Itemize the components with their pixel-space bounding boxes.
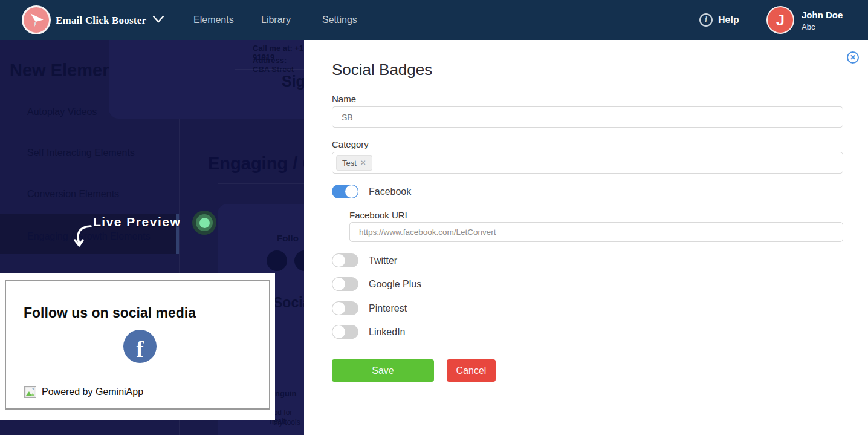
category-input[interactable]: Test ✕ xyxy=(332,152,843,174)
preview-divider-bottom xyxy=(24,405,253,405)
toggle-row-pinterest: Pinterest xyxy=(332,301,407,315)
powered-by-row: Powered by GeminiApp xyxy=(24,386,143,398)
sidebar-item-self-interacting[interactable]: Self Interacting Elements xyxy=(27,148,135,159)
toggle-row-google-plus: Google Plus xyxy=(332,277,421,291)
help-button[interactable]: i Help xyxy=(699,13,739,27)
help-label: Help xyxy=(718,15,739,25)
info-icon: i xyxy=(699,13,713,27)
sidebar-item-conversion[interactable]: Conversion Elements xyxy=(27,189,119,200)
remove-tag-icon[interactable]: ✕ xyxy=(360,159,366,167)
linkedin-toggle[interactable] xyxy=(332,325,358,339)
category-tag-label: Test xyxy=(342,159,357,168)
background-contact-card: Call me at: +1 91919 Address: CBA Street… xyxy=(109,40,304,119)
twitter-toggle-label: Twitter xyxy=(369,255,397,266)
twitter-toggle[interactable] xyxy=(332,253,358,267)
facebook-toggle-label: Facebook xyxy=(369,186,411,197)
background-section-divider xyxy=(218,183,304,184)
background-divider xyxy=(235,69,304,70)
social-badges-panel: ✕ Social Badges Name Category Test ✕ Fac… xyxy=(304,40,868,435)
app-root: New Element Autoplay Videos Self Interac… xyxy=(0,0,868,435)
panel-title: Social Badges xyxy=(332,61,432,79)
pinterest-toggle[interactable] xyxy=(332,301,358,315)
background-text-fragment: nguin xyxy=(275,389,296,398)
background-section-heading: Engaging / G xyxy=(208,154,316,174)
sidebar-item-autoplay-videos[interactable]: Autoplay Videos xyxy=(27,106,97,117)
facebook-icon[interactable]: f xyxy=(123,330,157,363)
sidebar-heading: New Element xyxy=(10,61,119,80)
google-plus-toggle[interactable] xyxy=(332,277,358,291)
paper-plane-icon xyxy=(25,8,48,31)
nav-item-library[interactable]: Library xyxy=(261,15,291,25)
category-tag: Test ✕ xyxy=(336,155,372,171)
curved-arrow-icon xyxy=(71,224,93,249)
live-preview-label: Live Preview xyxy=(93,215,181,229)
toggle-row-facebook: Facebook xyxy=(332,185,411,198)
cancel-button[interactable]: Cancel xyxy=(447,359,496,382)
live-indicator-dot xyxy=(192,211,216,235)
facebook-url-label: Facebook URL xyxy=(349,210,410,220)
preview-divider xyxy=(24,376,253,376)
preview-heading: Follow us on social media xyxy=(24,305,196,321)
avatar[interactable]: J xyxy=(766,6,794,34)
facebook-toggle[interactable] xyxy=(332,185,358,198)
app-logo[interactable] xyxy=(22,5,51,34)
google-plus-toggle-label: Google Plus xyxy=(369,279,421,290)
nav-item-elements[interactable]: Elements xyxy=(193,15,234,25)
brand-name[interactable]: Email Click Booster xyxy=(56,15,146,27)
toggle-row-linkedin: LinkedIn xyxy=(332,325,406,339)
powered-by-text[interactable]: Powered by GeminiApp xyxy=(42,387,143,397)
name-input[interactable] xyxy=(332,106,843,128)
background-text-fragment: thy/tools xyxy=(273,418,300,427)
facebook-url-input[interactable] xyxy=(349,222,843,242)
user-name: John Doe xyxy=(802,10,843,20)
save-button[interactable]: Save xyxy=(332,359,434,382)
user-org: Abc xyxy=(802,22,815,31)
background-social-icon xyxy=(267,250,287,271)
toggle-row-twitter: Twitter xyxy=(332,253,397,267)
image-placeholder-icon xyxy=(24,386,36,398)
live-preview-region: Follow us on social media f Powered by G… xyxy=(0,273,275,420)
pinterest-toggle-label: Pinterest xyxy=(369,303,407,314)
background-contact-address: Address: CBA Street xyxy=(253,56,304,74)
chevron-down-icon[interactable] xyxy=(152,15,164,24)
top-navbar: Email Click Booster Elements Library Set… xyxy=(0,0,868,40)
linkedin-toggle-label: LinkedIn xyxy=(369,327,406,338)
name-label: Name xyxy=(332,94,356,104)
nav-item-settings[interactable]: Settings xyxy=(322,15,357,25)
close-icon[interactable]: ✕ xyxy=(847,51,859,64)
live-preview-card: Follow us on social media f Powered by G… xyxy=(5,280,270,410)
background-follow-fragment: Follo xyxy=(277,233,299,243)
category-label: Category xyxy=(332,139,369,149)
